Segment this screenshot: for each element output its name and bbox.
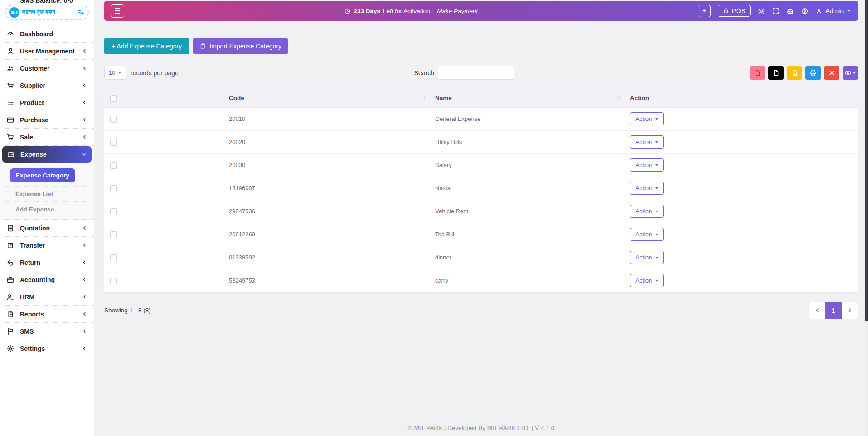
sidebar-item-expense[interactable]: Expense (2, 146, 92, 163)
table-row: 29047536Vehicle RentAction (104, 200, 858, 223)
action-button-label: Action (635, 115, 652, 122)
sidebar-item-label: Settings (20, 345, 45, 352)
sidebar-item-reports[interactable]: Reports (0, 306, 94, 323)
activation-text: Left for Activation. (383, 8, 432, 14)
sidebar-item-label: Quotation (20, 225, 50, 232)
row-checkbox[interactable] (110, 278, 117, 284)
row-checkbox[interactable] (110, 254, 117, 261)
csv-export-button[interactable] (768, 66, 784, 80)
sidebar-item-hrm[interactable]: HRM (0, 288, 94, 306)
row-action-button[interactable]: Action (630, 274, 664, 287)
code-column-header[interactable]: Code ↑↓ (222, 89, 428, 107)
language-globe-icon[interactable] (801, 7, 809, 15)
sidebar-item-purchase[interactable]: Purchase (0, 111, 94, 129)
row-checkbox[interactable] (110, 231, 117, 238)
sidebar-item-label: Expense (20, 151, 47, 158)
row-action-button[interactable]: Action (630, 182, 664, 195)
chevron-left-icon (82, 345, 87, 351)
row-action-button[interactable]: Action (630, 112, 664, 125)
pos-button[interactable]: POS (718, 5, 751, 17)
submenu-item-expense-category[interactable]: Expense Category (0, 167, 94, 187)
chevron-down-icon (655, 164, 658, 166)
clear-button[interactable] (824, 66, 839, 80)
row-checkbox[interactable] (110, 162, 117, 169)
search-input[interactable] (438, 66, 514, 80)
table-row: 20030SalaryAction (104, 153, 858, 177)
sidebar-item-label: Accounting (20, 276, 55, 283)
sidebar-item-quotation[interactable]: Quotation (0, 220, 94, 237)
sidebar-item-label: SMS (20, 328, 34, 335)
add-expense-category-button[interactable]: + Add Expense Category (104, 38, 189, 54)
prev-page-button[interactable] (809, 302, 825, 319)
theme-sun-icon[interactable] (757, 7, 765, 15)
name-cell: Nasta (428, 177, 623, 200)
sidebar-item-accounting[interactable]: Accounting (0, 271, 94, 288)
sidebar-item-product[interactable]: Product (0, 94, 94, 111)
table-controls: 10 records per page Search (104, 66, 858, 80)
fullscreen-icon[interactable] (772, 7, 780, 15)
page-scrollbar (865, 0, 868, 436)
chevron-left-icon (82, 242, 87, 248)
paste-icon (199, 43, 206, 50)
sidebar-item-return[interactable]: Return (0, 254, 94, 271)
admin-menu[interactable]: Admin (815, 7, 852, 14)
sidebar-item-label: Sale (20, 134, 33, 141)
sidebar-item-label: Return (20, 259, 40, 266)
row-action-button[interactable]: Action (630, 135, 664, 149)
select-all-checkbox[interactable] (110, 95, 117, 102)
chevron-left-icon (82, 225, 87, 231)
cash-drawer-icon[interactable] (786, 7, 794, 15)
row-checkbox[interactable] (110, 185, 117, 192)
gauge-icon (6, 30, 15, 38)
name-column-header[interactable]: Name ↑↓ (428, 89, 623, 107)
sidebar-item-label: Purchase (20, 116, 48, 124)
name-cell: dinner (428, 246, 623, 269)
sidebar-item-user-management[interactable]: User Management (0, 43, 94, 60)
add-balance-label: ব্যালেন্স যুক্ত করুন (22, 9, 74, 16)
pdf-export-button[interactable] (750, 66, 765, 80)
next-page-button[interactable] (842, 302, 858, 319)
excel-export-button[interactable] (787, 66, 802, 80)
submenu-label: Expense List (15, 191, 53, 197)
sidebar-item-label: HRM (20, 293, 34, 301)
records-per-page-select[interactable]: 10 (104, 66, 126, 80)
print-button[interactable] (805, 66, 821, 80)
row-action-button[interactable]: Action (630, 251, 664, 264)
scrollbar-thumb[interactable] (865, 0, 868, 321)
pos-label: POS (732, 7, 746, 14)
copyright-footer: © MIT PARK | Developed By MIT PARK LTD. … (94, 425, 868, 436)
row-checkbox[interactable] (110, 139, 117, 146)
import-expense-category-button[interactable]: Import Expense Category (193, 38, 288, 54)
table-row: 13196007NastaAction (104, 177, 858, 200)
name-cell: Utility Bills (428, 130, 623, 153)
menu-toggle-button[interactable] (111, 4, 124, 18)
column-visibility-button[interactable] (843, 66, 858, 80)
submenu-item-expense-list[interactable]: Expense List (0, 187, 94, 202)
chevron-left-icon (82, 277, 87, 283)
code-cell: 01338592 (222, 246, 428, 269)
row-checkbox[interactable] (110, 116, 117, 123)
sidebar-item-transfer[interactable]: Transfer (0, 237, 94, 254)
row-action-button[interactable]: Action (630, 228, 664, 241)
quick-add-button[interactable]: + (698, 5, 711, 17)
sidebar-item-sms[interactable]: SMS (0, 323, 94, 340)
make-payment-link[interactable]: Make Payment (437, 8, 478, 14)
clock-icon (344, 8, 351, 14)
sidebar-item-label: Dashboard (20, 30, 53, 38)
sidebar-item-customer[interactable]: Customer (0, 60, 94, 77)
sidebar-item-dashboard[interactable]: Dashboard (0, 25, 94, 43)
submenu-item-add-expense[interactable]: Add Expense (0, 202, 94, 217)
chevron-left-icon (82, 117, 87, 123)
row-checkbox[interactable] (110, 208, 117, 215)
page-1-button[interactable]: 1 (825, 302, 842, 319)
add-balance-badge[interactable]: SMS ব্যালেন্স যুক্ত করুন (5, 5, 89, 20)
sidebar-item-settings[interactable]: Settings (0, 340, 94, 357)
sidebar-item-supplier[interactable]: Supplier (0, 77, 94, 94)
table-row: 20010General ExpenseAction (104, 107, 858, 130)
sms-balance-label: SMS Balance: 0-0 (20, 0, 73, 4)
row-action-button[interactable]: Action (630, 205, 664, 218)
sidebar-item-sale[interactable]: Sale (0, 129, 94, 146)
table-row: 20020Utility BillsAction (104, 130, 858, 153)
row-action-button[interactable]: Action (630, 158, 664, 172)
flag-icon (6, 327, 15, 335)
